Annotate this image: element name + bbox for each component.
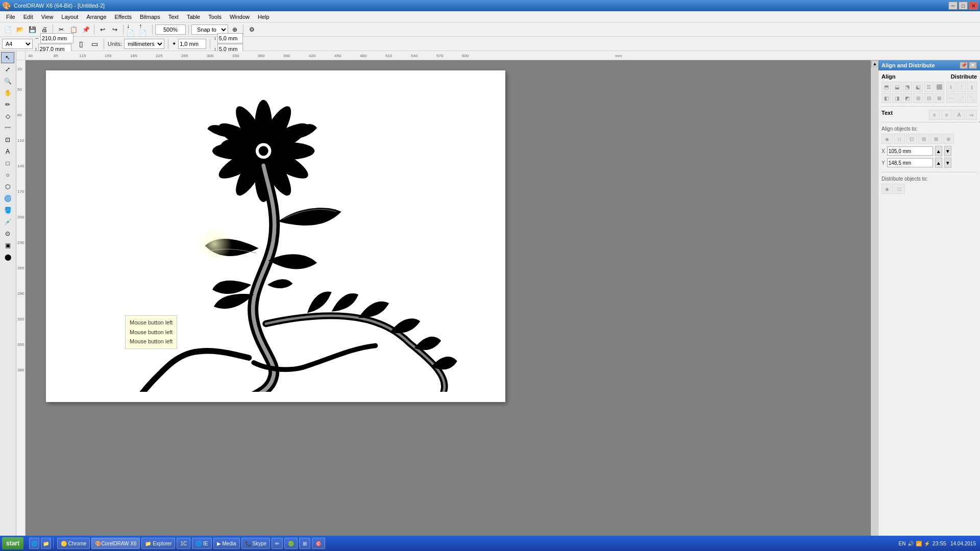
dist-right-button[interactable]: ⫿ bbox=[967, 82, 977, 92]
taskbar-extra-button[interactable]: 🎯 bbox=[312, 538, 325, 549]
zoom-tool[interactable]: 🔍 bbox=[1, 76, 14, 87]
dist-top-button[interactable]: ⋯ bbox=[946, 93, 956, 103]
y-spin-up[interactable]: ▲ bbox=[935, 158, 942, 168]
x-spin-up[interactable]: ▲ bbox=[935, 146, 942, 156]
pan-tool[interactable]: ✋ bbox=[1, 87, 14, 98]
align-center-h-button[interactable]: ⬓ bbox=[892, 82, 902, 92]
text-tool[interactable]: A bbox=[1, 146, 14, 157]
menu-table[interactable]: Table bbox=[183, 13, 204, 21]
align-left2-button[interactable]: ◧ bbox=[881, 93, 891, 103]
y-coord-input[interactable]: 148,5 mm bbox=[887, 158, 933, 167]
drawing-canvas[interactable]: Mouse button left Mouse button left Mous… bbox=[46, 70, 505, 402]
redo-button[interactable]: ↪ bbox=[109, 24, 120, 35]
taskbar-apps-button[interactable]: ⊞ bbox=[299, 538, 310, 549]
close-button[interactable]: ✕ bbox=[969, 2, 978, 10]
open-button[interactable]: 📂 bbox=[14, 24, 26, 35]
taskbar-explorer-button[interactable]: 📁 Explorer bbox=[141, 538, 175, 549]
align-to-margin[interactable]: ⊡ bbox=[906, 134, 917, 144]
network-icon[interactable]: 📶 bbox=[916, 541, 922, 546]
vertical-scrollbar[interactable]: ▲ ▼ bbox=[871, 60, 878, 544]
taskbar-corel-button[interactable]: 🎨 CorelDRAW X6 bbox=[91, 538, 140, 549]
page-size-select[interactable]: A4 bbox=[2, 39, 33, 49]
import-button[interactable]: ↓📄 bbox=[126, 24, 137, 35]
align-bottom-button[interactable]: ⬛ bbox=[935, 82, 944, 92]
taskbar-skype-button[interactable]: 📞 Skype bbox=[241, 538, 271, 549]
align-center-h2-button[interactable]: ◨ bbox=[892, 93, 902, 103]
align-right-button[interactable]: ⬔ bbox=[903, 82, 913, 92]
spiral-tool[interactable]: 🌀 bbox=[1, 193, 14, 204]
minimize-button[interactable]: ─ bbox=[948, 2, 958, 10]
dist-center-v-button[interactable]: ⋰ bbox=[957, 93, 966, 103]
align-to-selection[interactable]: ◈ bbox=[881, 134, 893, 144]
align-right2-button[interactable]: ◩ bbox=[903, 93, 913, 103]
taskbar-ie-button[interactable]: 🌐 IE bbox=[192, 538, 211, 549]
explorer-button[interactable]: 📁 bbox=[41, 538, 51, 549]
ie-button[interactable]: 🌐 bbox=[29, 538, 39, 549]
text-align-left[interactable]: ≡ bbox=[929, 110, 940, 120]
align-center-v-button[interactable]: ☰ bbox=[924, 82, 934, 92]
new-button[interactable]: 📄 bbox=[2, 24, 13, 35]
interactive-fill[interactable]: ⬤ bbox=[1, 252, 14, 263]
align-to-specified-pt[interactable]: ⊕ bbox=[943, 134, 954, 144]
fill-tool[interactable]: ▣ bbox=[1, 240, 14, 251]
text-align-arrow[interactable]: ⇒ bbox=[966, 110, 977, 120]
outline-tool[interactable]: ⊙ bbox=[1, 228, 14, 239]
align-left-button[interactable]: ⬒ bbox=[881, 82, 891, 92]
align-to-object[interactable]: ⊠ bbox=[930, 134, 942, 144]
rect-tool[interactable]: □ bbox=[1, 158, 14, 169]
smudge-tool[interactable]: 〰 bbox=[1, 122, 14, 134]
start-button[interactable]: start bbox=[2, 537, 23, 549]
y-spin-down[interactable]: ▼ bbox=[944, 158, 951, 168]
nudge-input[interactable] bbox=[178, 39, 206, 49]
x-coord-input[interactable]: 105,0 mm bbox=[887, 146, 933, 156]
volume-icon[interactable]: 🔊 bbox=[908, 541, 914, 546]
text-align-center[interactable]: ≡ bbox=[941, 110, 952, 120]
ellipse-tool[interactable]: ○ bbox=[1, 169, 14, 181]
canvas-scroll[interactable]: Mouse button left Mouse button left Mous… bbox=[26, 60, 878, 551]
scroll-up-button[interactable]: ▲ bbox=[871, 60, 878, 67]
taskbar-media-button[interactable]: ▶ Media bbox=[213, 538, 240, 549]
menu-tools[interactable]: Tools bbox=[204, 13, 226, 21]
taskbar-pen-button[interactable]: ✏ bbox=[272, 538, 283, 549]
polygon-tool[interactable]: ⬡ bbox=[1, 181, 14, 192]
battery-icon[interactable]: ⚡ bbox=[924, 541, 930, 546]
pen-tool[interactable]: ✏ bbox=[1, 99, 14, 110]
paint-tool[interactable]: 🪣 bbox=[1, 205, 14, 216]
align-center-v2-button[interactable]: ⊟ bbox=[924, 93, 934, 103]
freehand-tool[interactable]: ⤢ bbox=[1, 64, 14, 75]
taskbar-1c-button[interactable]: 1C bbox=[177, 538, 190, 549]
units-select[interactable]: millimeters bbox=[124, 39, 164, 49]
menu-bitmaps[interactable]: Bitmaps bbox=[136, 13, 164, 21]
options-button[interactable]: ⚙ bbox=[246, 24, 257, 35]
dist-to-selection[interactable]: ◈ bbox=[881, 184, 893, 194]
panel-close-button[interactable]: ✕ bbox=[969, 62, 977, 69]
shape-tool[interactable]: ◇ bbox=[1, 111, 14, 122]
crop-tool[interactable]: ⊡ bbox=[1, 134, 14, 145]
width-input[interactable] bbox=[40, 33, 74, 43]
eyedropper-tool[interactable]: 💉 bbox=[1, 216, 14, 228]
step1-input[interactable] bbox=[217, 33, 243, 43]
align-to-grid[interactable]: ⊞ bbox=[918, 134, 929, 144]
taskbar-chrome-button[interactable]: 🟡 Chrome bbox=[57, 538, 90, 549]
menu-help[interactable]: Help bbox=[254, 13, 274, 21]
taskbar-green-button[interactable]: 🟢 bbox=[284, 538, 298, 549]
paste-button[interactable]: 📌 bbox=[80, 24, 91, 35]
zoom-input[interactable]: 500% bbox=[155, 24, 186, 35]
align-top2-button[interactable]: ⊞ bbox=[913, 93, 923, 103]
landscape-button[interactable]: ▭ bbox=[89, 38, 100, 49]
undo-button[interactable]: ↩ bbox=[97, 24, 108, 35]
menu-file[interactable]: File bbox=[2, 13, 19, 21]
align-top-button[interactable]: ⬕ bbox=[913, 82, 923, 92]
export-button[interactable]: ↑📄 bbox=[138, 24, 150, 35]
dist-to-page[interactable]: □ bbox=[894, 184, 905, 194]
portrait-button[interactable]: ▯ bbox=[76, 38, 87, 49]
panel-pin-button[interactable]: 📌 bbox=[960, 62, 968, 69]
menu-edit[interactable]: Edit bbox=[19, 13, 37, 21]
text-align-right[interactable]: A bbox=[953, 110, 965, 120]
menu-arrange[interactable]: Arrange bbox=[82, 13, 110, 21]
menu-layout[interactable]: Layout bbox=[57, 13, 82, 21]
menu-view[interactable]: View bbox=[37, 13, 58, 21]
selection-tool[interactable]: ↖ bbox=[1, 52, 14, 63]
menu-text[interactable]: Text bbox=[164, 13, 183, 21]
align-to-page[interactable]: □ bbox=[894, 134, 905, 144]
